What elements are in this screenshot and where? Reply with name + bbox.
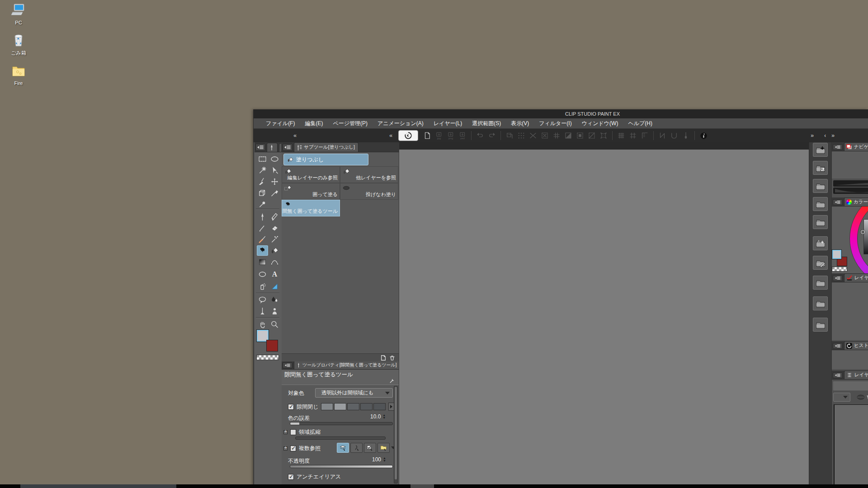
ruler-corner-button[interactable]	[639, 130, 650, 141]
panel-menu-icon[interactable]	[833, 144, 843, 150]
layer-list[interactable]	[834, 404, 868, 486]
subtool-item-lasso-fill[interactable]: 投げなわ塗り	[340, 183, 398, 200]
tab-layer-property[interactable]: レイヤープロ	[844, 273, 868, 282]
panel-menu-icon[interactable]	[283, 144, 292, 151]
panel-menu-icon[interactable]	[255, 144, 265, 151]
broom-tool[interactable]	[257, 176, 268, 187]
transparent-color-swatch[interactable]	[832, 267, 847, 272]
eraser-tool[interactable]	[269, 223, 280, 233]
collapse-left-dock-icon[interactable]: «	[293, 129, 297, 142]
multi-ref-all-layers-button[interactable]	[337, 443, 349, 453]
panel-menu-icon[interactable]	[833, 199, 843, 205]
object-select-tool[interactable]	[269, 165, 280, 175]
new-file-button[interactable]	[422, 130, 433, 141]
foreground-color-swatch[interactable]	[832, 250, 841, 259]
import-psd-button[interactable]: psd	[457, 130, 468, 141]
navigator-rotate-slider[interactable]	[833, 188, 868, 194]
menu-page-manage[interactable]: ページ管理(P)	[328, 118, 373, 129]
desktop-icon-recycle-bin[interactable]: ごみ箱	[2, 33, 35, 56]
navigator-preview[interactable]	[832, 151, 868, 178]
gradient-tool[interactable]	[257, 257, 268, 267]
magic-wand-tool[interactable]	[257, 165, 268, 175]
rect-select-tool[interactable]	[257, 154, 268, 164]
pose-tool[interactable]	[269, 306, 280, 316]
mesh-free-transform-button[interactable]	[539, 130, 550, 141]
taskbar-item[interactable]	[410, 484, 434, 488]
transparent-color-swatch[interactable]	[256, 355, 279, 360]
mix-brush-tool[interactable]	[269, 188, 280, 198]
material-folder-button[interactable]	[813, 276, 828, 290]
menu-window[interactable]: ウィンドウ(W)	[577, 118, 623, 129]
opacity-slider[interactable]	[290, 465, 393, 468]
collapse-subtool-dock-icon[interactable]: «	[389, 129, 392, 142]
panel-menu-icon[interactable]	[833, 275, 843, 281]
desktop-icon-fire[interactable]: Fire	[2, 63, 35, 86]
pen-tool[interactable]	[257, 211, 268, 222]
gap-size-swatches[interactable]	[321, 403, 386, 410]
dock-left-icon[interactable]: ‹	[824, 129, 826, 142]
antialias-checkbox[interactable]	[288, 474, 294, 480]
tab-tool[interactable]	[267, 143, 278, 152]
ruler-tool[interactable]	[269, 281, 280, 291]
tab-layer[interactable]: レイヤー	[844, 371, 868, 379]
move-tool[interactable]	[269, 176, 280, 187]
multi-ref-reference-layer-button[interactable]	[350, 443, 363, 453]
subtool-item-refer-other-layers[interactable]: 他レイヤーを参照	[340, 166, 398, 183]
material-folder-button[interactable]	[813, 197, 828, 211]
gap-close-checkbox[interactable]	[288, 404, 294, 410]
gap-size-swatch-4[interactable]	[360, 403, 373, 410]
canvas-area[interactable]	[399, 142, 809, 486]
material-folder-button[interactable]	[813, 318, 828, 332]
grid-snap-button[interactable]	[551, 130, 562, 141]
subtool-item-paint-without-gaps[interactable]: 隙間無く囲って塗るツール	[282, 200, 340, 216]
import-jpg-button[interactable]: jpg	[434, 130, 444, 141]
menu-animation[interactable]: アニメーション(A)	[373, 118, 429, 129]
layer-trash-icon[interactable]	[866, 394, 868, 400]
collapse-right-dock-icon[interactable]: »	[831, 129, 835, 142]
straight-line-button[interactable]	[657, 130, 668, 141]
curve-tool[interactable]	[269, 257, 280, 267]
text-tool[interactable]: A	[269, 269, 280, 279]
eyedropper-tool[interactable]	[257, 199, 268, 209]
material-folder-button[interactable]	[813, 296, 828, 310]
area-scale-slider[interactable]	[295, 436, 386, 440]
slash-area-button[interactable]	[586, 130, 597, 141]
pin-button[interactable]	[680, 130, 691, 141]
menu-layer[interactable]: レイヤー(L)	[429, 118, 467, 129]
gap-size-swatch-2[interactable]	[334, 403, 346, 410]
tab-navigator[interactable]: ナビゲーター	[844, 142, 868, 151]
background-color-swatch[interactable]	[266, 340, 278, 352]
tab-tool-property[interactable]: ツールプロパティ[隙間無く囲って塗るツール]	[294, 361, 399, 369]
figure-ellipse-tool[interactable]	[257, 269, 268, 279]
tab-subtool[interactable]: サブツール[塗りつぶし]	[294, 142, 359, 152]
color-margin-slider[interactable]	[290, 422, 393, 425]
multi-ref-checkbox[interactable]	[290, 446, 296, 451]
mesh-transform-button[interactable]	[516, 130, 527, 141]
marker-tool[interactable]	[257, 223, 268, 233]
opacity-value-box[interactable]: 100 ▲▼	[372, 456, 386, 463]
subtool-group-fill[interactable]: 塗りつぶし	[283, 154, 368, 165]
import-png-button[interactable]: png	[445, 130, 456, 141]
menu-edit[interactable]: 編集(E)	[300, 118, 328, 129]
subtool-item-edit-layer-only[interactable]: 編集レイヤーのみ参照	[282, 166, 340, 183]
gap-size-swatch-1[interactable]	[321, 403, 333, 410]
grid-small-button[interactable]	[616, 130, 627, 141]
menu-file[interactable]: ファイル(F)	[261, 118, 300, 129]
move-canvas-button[interactable]	[504, 130, 515, 141]
menu-view[interactable]: 表示(V)	[506, 118, 534, 129]
layer-blend-mode-bar[interactable]	[833, 381, 868, 391]
flip-horizontal-button[interactable]	[528, 130, 538, 141]
panel-menu-icon[interactable]	[283, 362, 292, 368]
zoom-tool[interactable]	[269, 319, 280, 329]
frame-area-button[interactable]	[575, 130, 585, 141]
color-margin-value-box[interactable]: 10.0 ▲▼	[370, 413, 386, 420]
tab-color-wheel[interactable]: カラーサーク	[844, 197, 868, 206]
undo-button[interactable]	[475, 130, 486, 141]
panel-menu-icon[interactable]	[833, 343, 843, 349]
wrench-icon[interactable]	[388, 378, 395, 385]
tool-property-scrollbar[interactable]	[394, 386, 398, 483]
pinch-transform-button[interactable]	[598, 130, 609, 141]
decoration-brush-tool[interactable]	[269, 234, 280, 244]
subtool-item-enclose-and-fill[interactable]: 囲って塗る	[282, 183, 340, 200]
balloon-tool[interactable]	[257, 295, 268, 305]
